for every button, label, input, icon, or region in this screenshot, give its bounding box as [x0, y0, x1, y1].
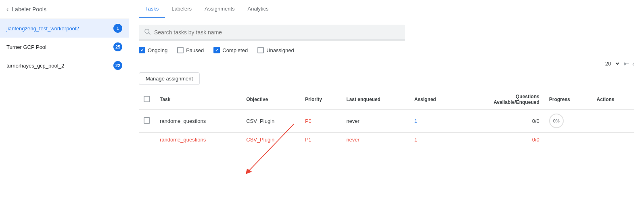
checkbox-unassigned[interactable]	[257, 47, 264, 53]
th-progress: Progress	[544, 90, 592, 110]
search-input[interactable]	[154, 29, 400, 36]
filter-completed-label: Completed	[222, 47, 248, 53]
svg-point-0	[145, 29, 149, 34]
td-task-0: randome_questions	[155, 110, 241, 133]
main-panel: Tasks Labelers Assignments Analytics Ong…	[129, 0, 644, 211]
sidebar-item-label-1: Turner GCP Pool	[6, 44, 46, 50]
table-row-highlighted: randome_questions CSV_Plugin P1 never 1 …	[139, 133, 634, 147]
th-actions: Actions	[592, 90, 634, 110]
sidebar-item-label-2: turnerhayes_gcp_pool_2	[6, 63, 64, 69]
tab-bar: Tasks Labelers Assignments Analytics	[129, 0, 644, 18]
per-page-select[interactable]: 20 50 100	[604, 60, 621, 67]
progress-circle-0: 0%	[549, 114, 564, 128]
td-priority-0: P0	[300, 110, 341, 133]
table-header: Task Objective Priority Last enqueued As…	[139, 90, 634, 110]
th-select-all	[139, 90, 155, 110]
table-row: randome_questions CSV_Plugin P0 never 1 …	[139, 110, 634, 133]
filter-unassigned-label: Unassigned	[266, 47, 294, 53]
td-objective-0: CSV_Plugin	[241, 110, 300, 133]
table-body: randome_questions CSV_Plugin P0 never 1 …	[139, 110, 634, 147]
assigned-link-0[interactable]: 1	[414, 118, 417, 124]
tab-assignments[interactable]: Assignments	[198, 0, 241, 18]
chevron-left-icon: ‹	[6, 6, 8, 13]
priority-badge-1: P1	[305, 137, 312, 143]
th-questions: QuestionsAvailable/Enqueued	[458, 90, 544, 110]
td-checkbox-0[interactable]	[139, 110, 155, 133]
checkbox-completed[interactable]	[213, 47, 220, 53]
tab-analytics[interactable]: Analytics	[241, 0, 275, 18]
checkbox-ongoing[interactable]	[139, 47, 145, 53]
search-icon	[144, 28, 151, 36]
tab-labelers[interactable]: Labelers	[165, 0, 198, 18]
filter-completed[interactable]: Completed	[213, 47, 248, 53]
td-actions-1	[592, 133, 634, 147]
select-all-checkbox[interactable]	[144, 96, 150, 102]
tab-tasks[interactable]: Tasks	[139, 0, 165, 18]
filters-row: Ongoing Paused Completed Unassigned	[139, 47, 634, 53]
filter-paused-label: Paused	[186, 47, 204, 53]
sidebar-badge-2: 22	[113, 61, 122, 70]
td-progress-1	[544, 133, 592, 147]
sidebar: ‹ Labeler Pools jianfengzeng_test_worker…	[0, 0, 129, 211]
search-bar[interactable]	[139, 25, 405, 40]
td-last-enqueued-0: never	[341, 110, 409, 133]
filter-ongoing-label: Ongoing	[148, 47, 167, 53]
sidebar-title: Labeler Pools	[12, 6, 46, 13]
pagination-row: 20 50 100 ⇤ ‹	[139, 60, 634, 68]
td-questions-0: 0/0	[458, 110, 544, 133]
th-priority: Priority	[300, 90, 341, 110]
td-questions-1: 0/0	[458, 133, 544, 147]
filter-ongoing[interactable]: Ongoing	[139, 47, 167, 53]
tasks-table: Task Objective Priority Last enqueued As…	[139, 90, 634, 147]
checkbox-paused[interactable]	[177, 47, 184, 53]
th-task: Task	[155, 90, 241, 110]
sidebar-header[interactable]: ‹ Labeler Pools	[0, 0, 129, 19]
td-priority-1: P1	[300, 133, 341, 147]
th-assigned: Assigned	[410, 90, 458, 110]
filter-unassigned[interactable]: Unassigned	[257, 47, 294, 53]
td-objective-1: CSV_Plugin	[241, 133, 300, 147]
sidebar-item-0[interactable]: jianfengzeng_test_workerpool2 1	[0, 19, 129, 38]
pagination-prev-icon[interactable]: ‹	[632, 60, 634, 68]
svg-line-1	[148, 33, 150, 34]
td-actions-0	[592, 110, 634, 133]
td-checkbox-1[interactable]	[139, 133, 155, 147]
td-assigned-1: 1	[410, 133, 458, 147]
sidebar-item-label-0: jianfengzeng_test_workerpool2	[6, 25, 79, 32]
td-last-enqueued-1: never	[341, 133, 409, 147]
pagination-first-icon[interactable]: ⇤	[624, 60, 629, 68]
td-task-1: randome_questions	[155, 133, 241, 147]
td-progress-0: 0%	[544, 110, 592, 133]
sidebar-item-1[interactable]: Turner GCP Pool 25	[0, 38, 129, 56]
sidebar-badge-1: 25	[113, 42, 122, 51]
sidebar-badge-0: 1	[113, 24, 122, 33]
filter-paused[interactable]: Paused	[177, 47, 204, 53]
th-objective: Objective	[241, 90, 300, 110]
content-area: Ongoing Paused Completed Unassigned 20 5…	[129, 18, 644, 211]
row-checkbox-0[interactable]	[144, 117, 150, 124]
sidebar-item-2[interactable]: turnerhayes_gcp_pool_2 22	[0, 56, 129, 75]
priority-badge-0: P0	[305, 118, 312, 124]
manage-assignment-button[interactable]: Manage assignment	[139, 72, 200, 85]
td-assigned-0: 1	[410, 110, 458, 133]
th-last-enqueued: Last enqueued	[341, 90, 409, 110]
